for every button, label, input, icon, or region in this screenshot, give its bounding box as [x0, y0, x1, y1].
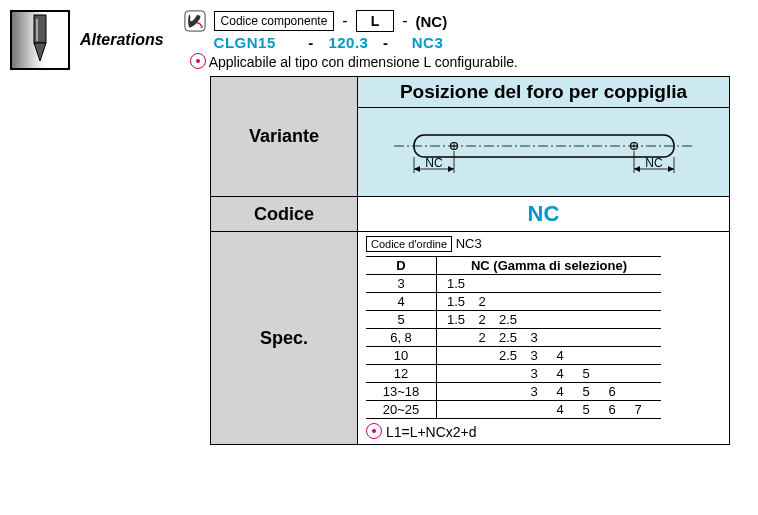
- note-line: Applicabile al tipo con dimensione L con…: [190, 53, 748, 70]
- formula-line: L1=L+NCx2+d: [366, 423, 721, 440]
- formula-text: L1=L+NCx2+d: [386, 424, 477, 440]
- svg-marker-21: [634, 166, 640, 172]
- header-block: Codice componente - L - (NC) CLGN15 - 12…: [184, 10, 748, 70]
- nc-values: 4567: [437, 401, 662, 419]
- diag-nc-right: NC: [645, 156, 663, 170]
- codice-ordine-box: Codice d'ordine: [366, 236, 452, 252]
- nc-values: 2.534: [437, 347, 662, 365]
- svg-marker-1: [34, 43, 46, 61]
- d-header: D: [366, 257, 437, 275]
- svg-marker-17: [448, 166, 454, 172]
- l-box: L: [356, 10, 395, 32]
- example-l: 120.3: [318, 34, 378, 51]
- svg-marker-16: [414, 166, 420, 172]
- d-value: 4: [366, 293, 437, 311]
- spec-label: Spec.: [211, 232, 358, 445]
- target-icon: [190, 53, 206, 69]
- nc-values: 1.522.5: [437, 311, 662, 329]
- d-value: 12: [366, 365, 437, 383]
- nc-values: 1.5: [437, 275, 662, 293]
- nc-values: 1.52: [437, 293, 662, 311]
- nc-range-header: NC (Gamma di selezione): [437, 257, 662, 275]
- spec-cell: Codice d'ordine NC3 D NC (Gamma di selez…: [358, 232, 730, 445]
- spec-order-line: Codice d'ordine NC3: [366, 236, 721, 252]
- d-value: 13~18: [366, 383, 437, 401]
- nc-values: 22.53: [437, 329, 662, 347]
- codice-label: Codice: [211, 197, 358, 232]
- variant-diagram-cell: NC NC: [358, 108, 730, 197]
- example-code: CLGN15: [214, 34, 304, 51]
- spec-data-table: D NC (Gamma di selezione) 31.541.5251.52…: [366, 256, 661, 419]
- example-nc: NC3: [393, 34, 443, 51]
- nc-values: 345: [437, 365, 662, 383]
- hole-position-diagram: NC NC: [384, 121, 704, 181]
- main-table: Variante Posizione del foro per coppigli…: [210, 76, 730, 445]
- nc-paren: (NC): [416, 13, 448, 30]
- variante-label: Variante: [211, 77, 358, 197]
- svg-rect-0: [34, 15, 46, 43]
- nc-code-value: NC: [358, 197, 730, 232]
- target-icon-2: [366, 423, 382, 439]
- diag-nc-left: NC: [425, 156, 443, 170]
- phone-icon: [184, 10, 206, 32]
- code-template-line: Codice componente - L - (NC): [184, 10, 748, 32]
- header-row: Alterations Codice componente - L - (NC)…: [10, 10, 748, 70]
- svg-marker-22: [668, 166, 674, 172]
- codice-componente-box: Codice componente: [214, 11, 335, 31]
- note-text: Applicabile al tipo con dimensione L con…: [209, 54, 518, 70]
- posizione-header: Posizione del foro per coppiglia: [358, 77, 730, 108]
- dash-2: -: [402, 12, 407, 30]
- codice-ordine-value: NC3: [456, 236, 482, 251]
- nc-values: 3456: [437, 383, 662, 401]
- d-value: 5: [366, 311, 437, 329]
- example-line: CLGN15 - 120.3 - NC3: [214, 34, 748, 51]
- d-value: 10: [366, 347, 437, 365]
- d-value: 20~25: [366, 401, 437, 419]
- alterations-label: Alterations: [80, 31, 164, 49]
- d-value: 3: [366, 275, 437, 293]
- alterations-icon: [10, 10, 70, 70]
- dash-1: -: [342, 12, 347, 30]
- d-value: 6, 8: [366, 329, 437, 347]
